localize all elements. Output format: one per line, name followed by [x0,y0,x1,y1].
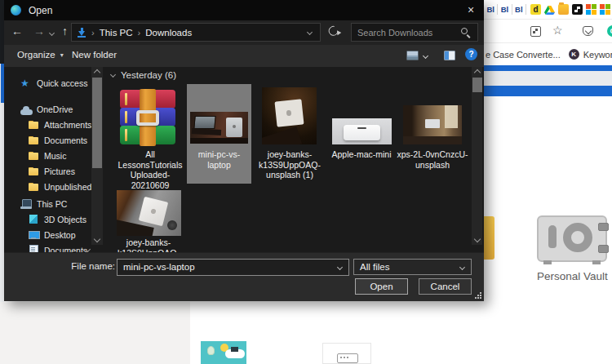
sidebar-item-documents-2[interactable]: Documents [28,244,87,252]
list-scrollbar[interactable] [472,67,482,245]
help-button[interactable]: ? [465,48,477,60]
cloud-blob [231,347,238,352]
document-icon [28,245,40,253]
file-name-label[interactable]: All LessonsTutorials Uploaded-20210609 [116,149,184,190]
dialog-title: Open [29,5,52,16]
favorites-star-icon[interactable]: ☆ [552,24,563,37]
bookmark-favicon-bl-1[interactable]: Bl [486,5,494,14]
scroll-up-icon[interactable] [474,69,481,76]
bookmarks-favicon-row: Bl Bl Bl d [484,0,612,20]
browser-toolbar: ☆ G [484,20,612,43]
black-app-favicon-icon[interactable] [572,4,583,15]
scroll-up-icon[interactable] [94,69,100,76]
file-type-dropdown-chevron-icon[interactable] [459,264,465,270]
grammarly-icon[interactable]: G [607,25,612,37]
back-button[interactable]: ← [11,24,23,38]
search-box[interactable]: Search Downloads [351,23,478,42]
sidebar-item-quick-access[interactable]: ★Quick access [20,77,87,89]
breadcrumb-this-pc[interactable]: This PC [100,28,133,38]
personal-vault-label[interactable]: Personal Vault [537,270,607,282]
pictures-tile-thumbnail[interactable] [201,341,246,364]
favicon-separator [526,4,526,15]
file-thumbnail-joey-banks-2[interactable] [117,190,181,236]
3d-cube-icon [28,214,40,225]
refresh-icon[interactable] [326,24,340,38]
scroll-down-icon[interactable] [474,236,481,242]
dialog-toolbar: Organize▾ New folder ? [4,45,484,67]
sidebar-item-attachments[interactable]: Attachments [28,118,91,131]
google-drive-icon[interactable] [544,4,555,15]
address-bar[interactable]: › This PC › Downloads [71,23,321,42]
dialog-titlebar[interactable]: Open × [4,0,484,20]
sidebar-item-3d-objects[interactable]: 3D Objects [28,213,86,225]
view-mode-icon[interactable] [406,51,419,60]
breadcrumb-separator: › [91,28,95,38]
sidebar-item-pictures[interactable]: Pictures [28,165,75,177]
address-dropdown-chevron-icon[interactable] [307,29,313,35]
scroll-down-icon[interactable] [94,236,100,242]
folder-favicon-icon[interactable] [558,4,569,15]
safe-hinge [598,245,609,253]
search-icon[interactable] [461,28,471,38]
cancel-button[interactable]: Cancel [419,278,472,295]
file-type-select[interactable]: All files [353,259,472,275]
qr-grid-icon[interactable] [530,26,541,37]
close-button[interactable]: × [463,2,479,18]
sidebar-item-desktop[interactable]: Desktop [28,229,76,241]
bookmark-favicon-d[interactable]: d [530,4,541,15]
microsoft-favicon-icon-2[interactable] [600,4,610,15]
file-name-label[interactable]: joey-banks-k13S9UppOAQ-unsplash (1) [254,149,326,180]
page-blue-bar [484,86,612,96]
organize-button[interactable]: Organize▾ [17,50,64,60]
folder-tile-icon[interactable] [484,216,494,260]
scrollbar-thumb[interactable] [92,78,102,168]
file-name-input[interactable]: mini-pc-vs-laptop [117,259,349,276]
preview-pane-icon[interactable] [444,51,455,60]
file-name-label: mini-pc-vs-laptop [188,149,250,170]
microsoft-favicon-icon[interactable] [586,4,596,15]
file-icon-winrar[interactable] [120,90,175,145]
bookmark-keyword-tool[interactable]: Keyword To [583,50,612,60]
forward-button[interactable]: → [33,24,45,38]
pocket-icon[interactable] [583,26,593,36]
page-gray-strip [484,71,612,86]
onedrive-cloud-icon [20,104,33,115]
breadcrumb-downloads[interactable]: Downloads [145,28,192,38]
file-name-label[interactable]: Apple-mac-mini [326,149,397,160]
device-drawing [337,353,358,363]
file-thumbnail-xps[interactable] [403,105,462,144]
file-selected-mini-pc-vs-laptop[interactable]: mini-pc-vs-laptop [187,84,251,184]
file-name-label[interactable]: joey-banks-k13S9UppOAQ-unsplash [113,237,184,252]
sidebar-scrollbar[interactable] [91,67,103,245]
safe-foot [543,260,552,264]
sidebar-item-this-pc[interactable]: This PC [20,198,67,210]
bookmark-favicon-bl-2[interactable]: Bl [500,5,508,14]
sidebar-item-onedrive[interactable]: OneDrive [20,103,73,115]
document-tile-thumbnail[interactable] [322,343,371,364]
scrollbar-thumb[interactable] [472,78,482,92]
downloads-icon [77,28,86,38]
file-thumbnail-joey-banks-1[interactable] [262,87,317,144]
personal-vault-safe-icon[interactable] [537,215,607,262]
file-thumbnail-apple-mac-mini[interactable] [332,118,392,144]
sidebar-item-unpublished[interactable]: Unpublished [28,180,91,193]
view-mode-chevron-icon[interactable] [423,53,428,59]
sidebar-item-music[interactable]: Music [28,149,66,162]
file-name-label[interactable]: xps-2L-0vnCnzcU-unsplash [397,149,468,170]
new-folder-button[interactable]: New folder [72,50,117,60]
bookmark-favicon-bl-3[interactable]: Bl [515,5,523,14]
recent-locations-chevron-icon[interactable] [49,30,55,36]
file-name-dropdown-chevron-icon[interactable] [337,264,343,270]
group-header-yesterday[interactable]: Yesterday (6) [111,70,176,80]
app-icon [11,5,21,16]
sidebar-item-documents[interactable]: Documents [28,134,87,146]
open-button[interactable]: Open [355,278,408,295]
open-dialog: Open × ← → ↑ › This PC › Downloads Searc… [4,0,484,301]
group-collapse-chevron-icon [110,71,116,77]
bookmark-case-converter[interactable]: e Case Converte... [486,50,561,60]
dialog-main: ★Quick access OneDrive Attachments Docum… [4,67,484,252]
organize-caret-icon: ▾ [60,51,64,59]
safe-dial [563,223,592,252]
resize-grip[interactable] [475,292,481,299]
up-button[interactable]: ↑ [62,24,68,38]
